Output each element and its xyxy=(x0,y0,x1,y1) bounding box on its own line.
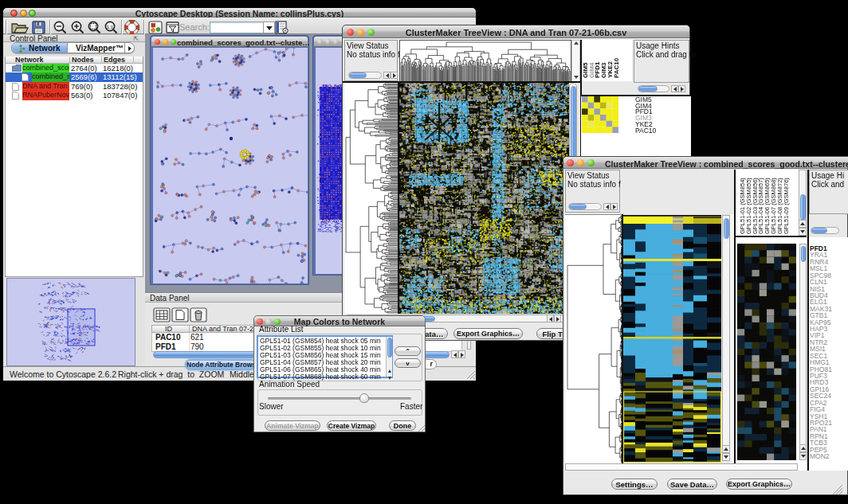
svg-text:1:1: 1:1 xyxy=(107,25,114,29)
